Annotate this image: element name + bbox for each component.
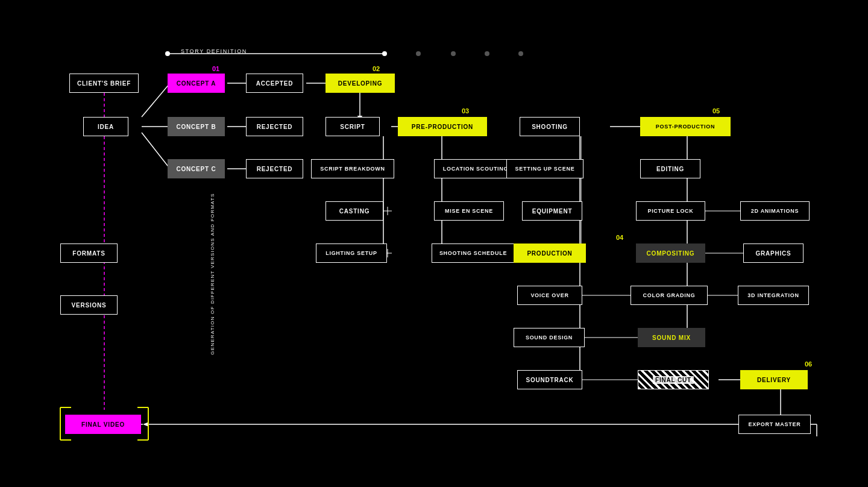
phase-num-03: 03 [462,107,469,115]
svg-point-2 [382,51,387,56]
phase-num-01: 01 [212,65,219,72]
picture-lock-node: PICTURE LOCK [636,201,705,221]
svg-point-4 [451,51,456,56]
idea-node: IDEA [83,117,128,136]
graphics-node: GRAPHICS [743,244,804,263]
soundtrack-node: SOUNDTRACK [517,370,582,389]
svg-line-8 [142,83,170,117]
equipment-node: EQUIPMENT [522,201,582,221]
concept-c-node: CONCEPT C [168,159,225,178]
post-production-node: POST-PRODUCTION [640,117,731,136]
phase-num-05: 05 [712,107,720,115]
compositing-node: COMPOSITING [636,244,705,263]
phase-num-06: 06 [805,360,812,368]
editing-node: EDITING [640,159,700,178]
shooting-node: SHOOTING [520,117,580,136]
versions-node: VERSIONS [60,295,118,315]
script-node: SCRIPT [326,117,380,136]
svg-line-10 [142,133,170,169]
mise-en-scene-node: MISE EN SCENE [434,201,504,221]
developing-node: DEVELOPING [326,74,395,93]
clients-brief-node: CLIENT'S BRIEF [69,74,139,93]
concept-a-node: CONCEPT A [168,74,225,93]
svg-point-6 [518,51,523,56]
svg-marker-57 [143,422,149,427]
delivery-node: DELIVERY [740,370,808,389]
svg-point-1 [165,51,170,56]
animations-2d-node: 2D ANIMATIONS [740,201,810,221]
phase-num-02: 02 [373,65,380,72]
svg-point-3 [416,51,421,56]
voice-over-node: VOICE OVER [517,286,582,305]
production-node: PRODUCTION [514,244,586,263]
final-cut-node: FINAL CUT [638,370,709,389]
rejected-b-node: REJECTED [246,117,303,136]
final-video-node: FINAL VIDEO [65,415,141,434]
rejected-c-node: REJECTED [246,159,303,178]
script-breakdown-node: SCRIPT BREAKDOWN [311,159,394,178]
formats-node: FORMATS [60,244,118,263]
sound-design-node: SOUND DESIGN [514,328,585,347]
color-grading-node: COLOR GRADING [631,286,708,305]
shooting-schedule-node: SHOOTING SCHEDULE [432,244,515,263]
lighting-setup-node: LIGHTING SETUP [316,244,387,263]
export-master-node: EXPORT MASTER [738,415,811,434]
integration-3d-node: 3D INTEGRATION [738,286,809,305]
concept-b-node: CONCEPT B [168,117,225,136]
pre-production-node: PRE-PRODUCTION [398,117,487,136]
phase-num-04: 04 [616,234,623,241]
svg-point-5 [485,51,489,56]
story-definition-label: STORY DEFINITION [181,48,247,54]
accepted-node: ACCEPTED [246,74,303,93]
setting-up-scene-node: SETTING UP SCENE [506,159,583,178]
location-scouting-node: LOCATION SCOUTING [434,159,517,178]
generation-label: GENERATION OF DIFFERENT VERSIONS AND FOR… [210,193,215,354]
sound-mix-node: SOUND MIX [638,328,705,347]
casting-node: CASTING [326,201,383,221]
